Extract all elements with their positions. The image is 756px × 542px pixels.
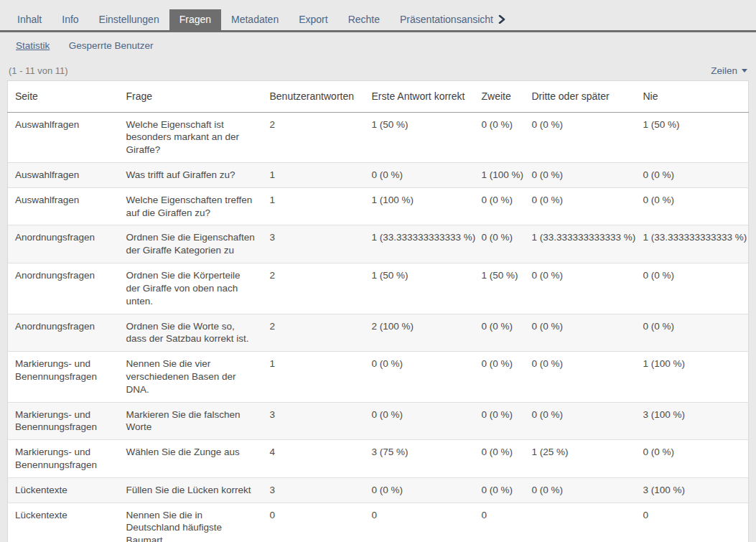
table-cell: 0 (0 %): [525, 187, 636, 225]
table-body: AuswahlfragenWelche Eigenschaft ist beso…: [8, 112, 749, 542]
table-cell: 3 (100 %): [636, 402, 749, 440]
table-cell: 0 (0 %): [525, 477, 636, 503]
sub-tab-bar: Statistik Gesperrte Benutzer: [0, 32, 756, 52]
tab-label: Export: [299, 14, 327, 25]
table-cell: Markieren Sie die falschen Worte: [119, 402, 263, 440]
table-cell: 3: [263, 477, 365, 503]
table-cell: 3 (75 %): [365, 440, 475, 478]
table-cell: Markierungs- und Benennungsfragen: [8, 440, 119, 478]
table-cell: 1 (33.333333333333 %): [365, 225, 475, 263]
table-cell: 1 (25 %): [525, 440, 636, 478]
tab-label: Rechte: [348, 14, 380, 25]
table-cell: 1: [263, 187, 365, 225]
table-cell: Lückentexte: [8, 503, 119, 542]
table-cell: 1 (50 %): [365, 263, 475, 314]
pagination-top: (1 - 11 von 11): [9, 65, 68, 76]
column-header-zweite: Zweite: [475, 81, 525, 113]
tab-fragen[interactable]: Fragen: [169, 9, 221, 30]
table-cell: 0 (0 %): [636, 263, 749, 314]
table-cell: Ordnen Sie die Eigenschaften der Giraffe…: [119, 225, 263, 263]
column-header-nie: Nie: [636, 81, 749, 113]
table-cell: 4: [263, 440, 365, 478]
table-cell: 0 (0 %): [475, 440, 525, 478]
chevron-right-icon: [498, 15, 506, 24]
table-cell: 1 (100 %): [475, 163, 525, 188]
table-row: Markierungs- und BenennungsfragenMarkier…: [8, 402, 749, 440]
table-row: LückentexteNennen Sie die in Deutschland…: [8, 503, 749, 542]
table-cell: 0 (0 %): [525, 163, 636, 188]
table-cell: 1 (50 %): [475, 263, 525, 314]
table-row: Markierungs- und BenennungsfragenWählen …: [8, 440, 749, 478]
tab-export[interactable]: Export: [289, 9, 337, 30]
tab-rechte[interactable]: Rechte: [338, 9, 390, 30]
table-cell: Auswahlfragen: [8, 163, 119, 188]
table-cell: Nennen Sie die in Deutschland häufigste …: [119, 503, 263, 542]
table-cell: 1 (33.333333333333 %): [525, 225, 636, 263]
table-cell: [525, 503, 636, 542]
column-header-dritte-oder-spaeter: Dritte oder später: [525, 81, 636, 113]
table-cell: Markierungs- und Benennungsfragen: [8, 352, 119, 402]
table-cell: 0 (0 %): [365, 402, 475, 440]
tab-praesentationsansicht[interactable]: Präsentationsansicht: [390, 9, 516, 30]
table-cell: 3: [263, 225, 365, 263]
table-row: AnordnungsfragenOrdnen Sie die Worte so,…: [8, 314, 749, 352]
table-cell: 3: [263, 402, 365, 440]
table-row: AuswahlfragenWelche Eigenschaften treffe…: [8, 187, 749, 225]
table-cell: Füllen Sie die Lücken korrekt: [119, 477, 263, 503]
tab-label: Info: [62, 14, 78, 25]
table-cell: Anordnungsfragen: [8, 263, 119, 314]
tab-label: Präsentationsansicht: [400, 14, 493, 25]
tab-einstellungen[interactable]: Einstellungen: [89, 9, 169, 30]
table-row: Markierungs- und BenennungsfragenNennen …: [8, 352, 749, 402]
table-cell: Wählen Sie die Zunge aus: [119, 440, 263, 478]
table-cell: 0 (0 %): [636, 314, 749, 352]
table-row: LückentexteFüllen Sie die Lücken korrekt…: [8, 477, 749, 503]
table-cell: Lückentexte: [8, 477, 119, 503]
table-cell: 0 (0 %): [475, 352, 525, 402]
table-cell: Anordnungsfragen: [8, 314, 119, 352]
tab-label: Einstellungen: [99, 14, 159, 25]
table-cell: 0 (0 %): [475, 187, 525, 225]
rows-dropdown[interactable]: Zeilen: [711, 65, 747, 76]
table-row: AuswahlfragenWas trifft auf Giraffen zu?…: [8, 163, 749, 188]
subtab-statistik[interactable]: Statistik: [16, 40, 50, 51]
table-toolbar: (1 - 11 von 11) Zeilen: [9, 65, 747, 76]
main-tab-bar: Inhalt Info Einstellungen Fragen Metadat…: [0, 0, 756, 32]
table-cell: 0 (0 %): [525, 314, 636, 352]
table-cell: 0: [636, 503, 749, 542]
table-row: AnordnungsfragenOrdnen Sie die Eigenscha…: [8, 225, 749, 263]
table-cell: 0 (0 %): [636, 187, 749, 225]
table-cell: 0 (0 %): [636, 163, 749, 188]
table-cell: 1 (33.333333333333 %): [636, 225, 749, 263]
tab-metadaten[interactable]: Metadaten: [221, 9, 289, 30]
table-cell: 2: [263, 112, 365, 162]
table-cell: 2 (100 %): [365, 314, 475, 352]
table-cell: Welche Eigenschaft ist besonders markant…: [119, 112, 263, 162]
question-statistics-table: Seite Frage Benutzerantworten Erste Antw…: [7, 80, 749, 542]
table-cell: 0 (0 %): [525, 263, 636, 314]
rows-dropdown-label: Zeilen: [711, 65, 737, 76]
table-cell: 1 (50 %): [365, 112, 475, 162]
tab-label: Fragen: [179, 14, 211, 25]
table-cell: 0 (0 %): [365, 477, 475, 503]
table-cell: Was trifft auf Giraffen zu?: [119, 163, 263, 188]
column-header-benutzerantworten: Benutzerantworten: [263, 81, 365, 113]
table-cell: 0 (0 %): [475, 402, 525, 440]
tab-label: Inhalt: [17, 14, 42, 25]
tab-info[interactable]: Info: [52, 9, 88, 30]
table-cell: 1 (100 %): [365, 187, 475, 225]
table-cell: 1: [263, 163, 365, 188]
table-cell: Auswahlfragen: [8, 187, 119, 225]
table-cell: 0 (0 %): [475, 225, 525, 263]
tab-label: Metadaten: [231, 14, 279, 25]
table-cell: Ordnen Sie die Worte so, dass der Satzba…: [119, 314, 263, 352]
column-header-frage: Frage: [119, 81, 263, 113]
tab-inhalt[interactable]: Inhalt: [7, 9, 52, 30]
table-cell: 1 (50 %): [636, 112, 749, 162]
table-cell: 3 (100 %): [636, 477, 749, 503]
table-cell: 1 (100 %): [636, 352, 749, 402]
table-row: AnordnungsfragenOrdnen Sie die Körpertei…: [8, 263, 749, 314]
table-cell: 0 (0 %): [475, 477, 525, 503]
table-cell: Markierungs- und Benennungsfragen: [8, 402, 119, 440]
subtab-gesperrte-benutzer[interactable]: Gesperrte Benutzer: [69, 40, 154, 51]
